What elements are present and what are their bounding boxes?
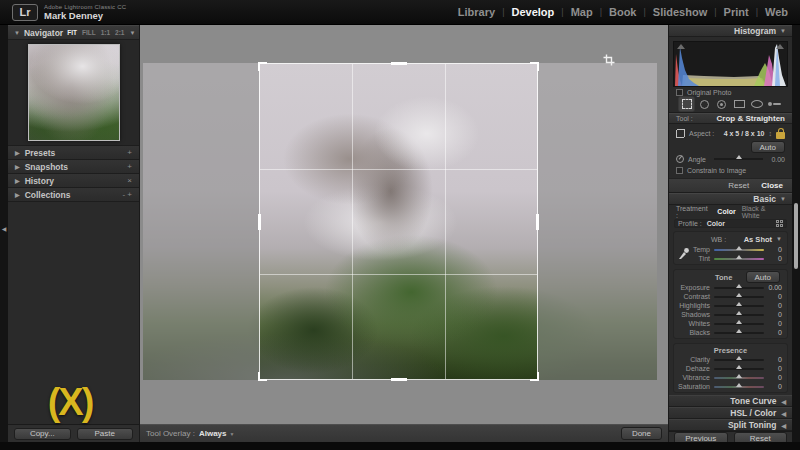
shadows-slider[interactable]: [714, 314, 764, 316]
crop-handle-top[interactable]: [391, 62, 407, 65]
hsl-color-header[interactable]: HSL / Color ◀: [669, 407, 792, 419]
crop-grid-line: [260, 169, 537, 170]
crop-handle-top-left[interactable]: [258, 62, 267, 71]
zoom-fill[interactable]: FILL: [82, 29, 96, 36]
photo[interactable]: [143, 63, 657, 380]
temp-value[interactable]: 0: [764, 246, 782, 253]
original-photo-checkbox[interactable]: [676, 89, 683, 96]
saturation-value[interactable]: 0: [764, 383, 782, 390]
spot-removal-icon[interactable]: [696, 96, 713, 112]
done-button[interactable]: Done: [621, 427, 662, 440]
straighten-tool-icon[interactable]: [676, 155, 684, 163]
module-book[interactable]: Book: [609, 6, 637, 18]
graduated-filter-icon[interactable]: [731, 96, 748, 112]
module-library[interactable]: Library: [458, 6, 495, 18]
split-toning-header[interactable]: Split Toning ◀: [669, 419, 792, 431]
module-web[interactable]: Web: [765, 6, 788, 18]
zoom-fit[interactable]: FIT: [67, 29, 77, 36]
crop-close-button[interactable]: Close: [761, 181, 783, 190]
exposure-value[interactable]: 0.00: [764, 284, 782, 291]
collections-actions[interactable]: - +: [122, 190, 132, 199]
zoom-2-1[interactable]: 2:1: [115, 29, 124, 36]
chevron-left-icon: ◀: [781, 410, 786, 417]
tone-box: Tone Auto Exposure 0.00 Contrast 0 Highl…: [673, 269, 788, 339]
constrain-checkbox[interactable]: [676, 167, 683, 174]
adjustment-brush-icon[interactable]: [766, 96, 783, 112]
whites-slider[interactable]: [714, 323, 764, 325]
aspect-swap-icon[interactable]: ↕: [769, 130, 773, 137]
whites-value[interactable]: 0: [764, 320, 782, 327]
highlight-clipping-icon[interactable]: [776, 44, 784, 49]
collapse-left-panel-icon[interactable]: ◀: [0, 225, 8, 232]
crop-overlay-icon[interactable]: [678, 96, 695, 112]
shadow-clipping-icon[interactable]: [677, 44, 685, 49]
dehaze-value[interactable]: 0: [764, 365, 782, 372]
blacks-slider[interactable]: [714, 332, 764, 334]
add-preset-button[interactable]: +: [127, 148, 132, 157]
temp-slider[interactable]: [714, 249, 764, 251]
crop-handle-left[interactable]: [258, 214, 261, 230]
highlights-slider[interactable]: [714, 305, 764, 307]
aspect-value[interactable]: 4 x 5 / 8 x 10: [724, 130, 765, 137]
panel-history[interactable]: ▶ History ×: [8, 174, 139, 188]
auto-straighten-button[interactable]: Auto: [751, 141, 785, 153]
crop-handle-bottom-right[interactable]: [530, 372, 539, 381]
module-print[interactable]: Print: [724, 6, 749, 18]
histogram-header[interactable]: Histogram ▼: [669, 25, 792, 37]
shadows-value[interactable]: 0: [764, 311, 782, 318]
crop-reset-button[interactable]: Reset: [728, 181, 749, 190]
crop-handle-bottom[interactable]: [391, 378, 407, 381]
tone-auto-button[interactable]: Auto: [746, 271, 780, 283]
chevron-down-icon[interactable]: ▼: [129, 30, 135, 36]
profile-value[interactable]: Color: [707, 220, 725, 227]
angle-slider[interactable]: [714, 158, 763, 160]
highlights-value[interactable]: 0: [764, 302, 782, 309]
tint-slider[interactable]: [714, 258, 764, 260]
contrast-slider[interactable]: [714, 296, 764, 298]
tool-overlay-value[interactable]: Always: [199, 429, 227, 438]
navigator-thumbnail[interactable]: [28, 44, 120, 141]
navigator-header[interactable]: ▼ Navigator FIT FILL 1:1 2:1 ▼: [8, 25, 139, 40]
red-eye-icon[interactable]: [713, 96, 730, 112]
clarity-slider[interactable]: [714, 359, 764, 361]
zoom-1-1[interactable]: 1:1: [101, 29, 110, 36]
add-snapshot-button[interactable]: +: [127, 162, 132, 171]
module-develop[interactable]: Develop: [511, 6, 554, 18]
histogram[interactable]: [673, 41, 788, 87]
right-panel-edge[interactable]: [792, 25, 800, 442]
treatment-bw-option[interactable]: Black & White: [742, 205, 785, 219]
wb-value[interactable]: As Shot: [744, 235, 772, 244]
crop-handle-top-right[interactable]: [530, 62, 539, 71]
crop-window[interactable]: [259, 63, 538, 380]
copy-button[interactable]: Copy...: [14, 428, 71, 440]
dehaze-slider[interactable]: [714, 368, 764, 370]
wb-eyedropper-icon[interactable]: [678, 246, 689, 260]
crop-handle-right[interactable]: [536, 214, 539, 230]
profile-browser-icon[interactable]: [776, 220, 783, 227]
vibrance-value[interactable]: 0: [764, 374, 782, 381]
panel-snapshots[interactable]: ▶ Snapshots +: [8, 160, 139, 174]
saturation-slider[interactable]: [714, 386, 764, 388]
panel-scrollbar[interactable]: [794, 203, 798, 269]
module-slideshow[interactable]: Slideshow: [653, 6, 707, 18]
blacks-value[interactable]: 0: [764, 329, 782, 336]
tone-curve-header[interactable]: Tone Curve ◀: [669, 395, 792, 407]
aspect-lock-icon[interactable]: [776, 132, 785, 139]
paste-button[interactable]: Paste: [77, 428, 134, 440]
contrast-value[interactable]: 0: [764, 293, 782, 300]
clear-history-button[interactable]: ×: [127, 176, 132, 185]
panel-presets[interactable]: ▶ Presets +: [8, 146, 139, 160]
radial-filter-icon[interactable]: [748, 96, 765, 112]
panel-collections[interactable]: ▶ Collections - +: [8, 188, 139, 202]
tint-value[interactable]: 0: [764, 255, 782, 262]
left-panel-edge[interactable]: ◀: [0, 25, 8, 442]
angle-value[interactable]: 0.00: [771, 156, 785, 163]
crop-handle-bottom-left[interactable]: [258, 372, 267, 381]
clarity-value[interactable]: 0: [764, 356, 782, 363]
vibrance-slider[interactable]: [714, 377, 764, 379]
module-map[interactable]: Map: [571, 6, 593, 18]
treatment-color-option[interactable]: Color: [717, 208, 735, 215]
exposure-slider[interactable]: [714, 287, 764, 289]
basic-header[interactable]: Basic ▼: [669, 193, 792, 205]
chevron-down-icon: ▼: [14, 30, 20, 36]
